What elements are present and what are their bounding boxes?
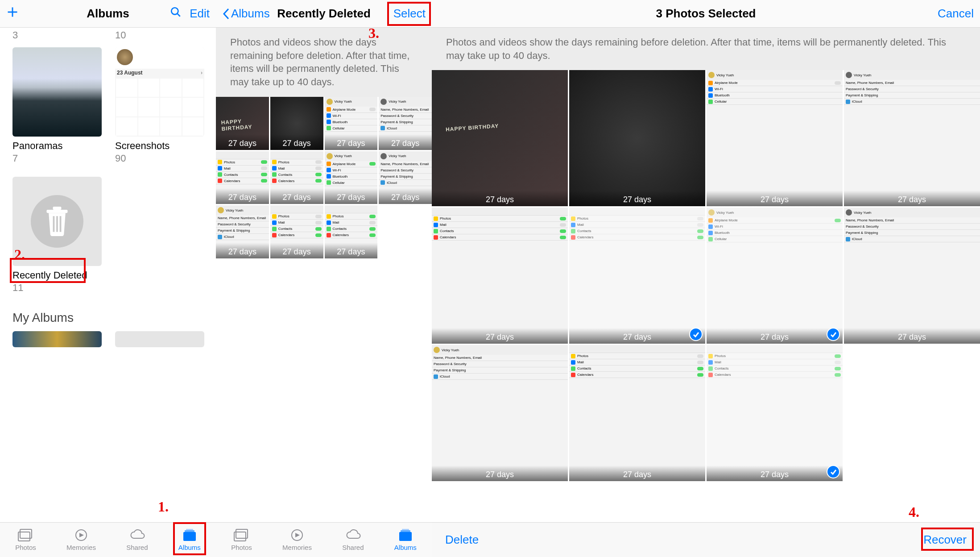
album-name: Recently Deleted	[12, 270, 102, 281]
days-remaining: 27 days	[432, 466, 568, 481]
bottom-toolbar: Delete Recover	[432, 522, 980, 557]
photo-thumbnail[interactable]: Vicky Yueh Name, Phone Numbers, Email Pa…	[844, 208, 980, 344]
photo-thumbnail[interactable]: Photos Mail Contacts Calendars 27 days	[432, 208, 568, 344]
navbar: Albums Edit	[0, 0, 216, 28]
photo-thumbnail[interactable]: Vicky Yueh Name, Phone Numbers, Email Pa…	[379, 151, 432, 204]
album-thumbnail: 23 August›	[115, 47, 204, 137]
days-remaining: 27 days	[569, 466, 705, 481]
svg-point-2	[171, 8, 178, 14]
album-thumbnail	[115, 331, 204, 347]
albums-list: 3 10 Panoramas 7 23 August› S	[0, 28, 216, 522]
photo-thumbnail-selected[interactable]: Photos Mail Contacts Calendars 27 days	[707, 345, 843, 481]
days-remaining: 27 days	[844, 191, 980, 206]
screen-albums: Albums Edit 3 10 Panoramas 7 23 August›	[0, 0, 216, 557]
photo-thumbnail[interactable]: Vicky Yueh Name, Phone Numbers, Email Pa…	[432, 345, 568, 481]
album-count: 7	[12, 153, 102, 164]
svg-marker-19	[295, 533, 300, 537]
svg-rect-22	[402, 529, 409, 530]
photo-thumbnail[interactable]: Vicky Yueh Name, Phone Numbers, Email Pa…	[379, 97, 432, 150]
cloud-icon	[129, 528, 145, 542]
tab-photos[interactable]: Photos	[15, 528, 36, 551]
photo-thumbnail[interactable]: 27 days	[270, 97, 323, 150]
photo-thumbnail[interactable]: Vicky Yueh Airplane Mode Wi-Fi Bluetooth…	[707, 70, 843, 206]
days-remaining: 27 days	[432, 191, 568, 206]
trash-icon	[44, 207, 70, 236]
days-remaining: 27 days	[216, 243, 269, 258]
edit-button[interactable]: Edit	[190, 7, 210, 21]
select-button[interactable]: Select	[393, 7, 426, 21]
memories-icon	[289, 528, 305, 542]
album-name: Screenshots	[115, 140, 204, 152]
tab-bar: Photos Memories Shared Albums	[216, 522, 432, 557]
screen-selected: 3 Photos Selected Cancel Photos and vide…	[432, 0, 980, 557]
photo-thumbnail[interactable]: Photos Mail Contacts Calendars 27 days	[270, 151, 323, 204]
album-user[interactable]	[115, 331, 204, 347]
photo-thumbnail-selected[interactable]: Vicky Yueh Airplane Mode Wi-Fi Bluetooth…	[707, 208, 843, 344]
back-button[interactable]: Albums	[222, 7, 270, 21]
deleted-photos-grid: 27 days 27 days Vicky Yueh Airplane Mode…	[432, 70, 980, 481]
photo-thumbnail[interactable]: 27 days	[432, 70, 568, 206]
svg-line-3	[177, 13, 180, 17]
tab-memories[interactable]: Memories	[66, 528, 96, 551]
add-button[interactable]	[6, 6, 19, 21]
album-thumbnail	[12, 177, 102, 266]
photo-thumbnail[interactable]: Photos Mail Contacts Calendars 27 days	[216, 151, 269, 204]
days-remaining: 27 days	[569, 328, 705, 344]
album-screenshots[interactable]: 23 August› Screenshots 90	[115, 47, 204, 164]
navbar: 3 Photos Selected Cancel	[432, 0, 980, 28]
tab-shared[interactable]: Shared	[126, 528, 148, 551]
recover-button[interactable]: Recover	[923, 533, 967, 547]
search-icon	[170, 6, 182, 18]
tab-photos[interactable]: Photos	[231, 528, 252, 551]
page-title: 3 Photos Selected	[487, 7, 925, 21]
tab-shared[interactable]: Shared	[342, 528, 364, 551]
deleted-photos-grid: 27 days 27 days Vicky Yueh Airplane Mode…	[216, 97, 432, 258]
photo-thumbnail[interactable]: Photos Mail Contacts Calendars 27 days	[569, 345, 705, 481]
page-title: Albums	[55, 7, 161, 21]
svg-rect-5	[53, 207, 62, 210]
album-count: 3	[12, 29, 102, 41]
album-recently-deleted[interactable]: Recently Deleted 11	[12, 177, 102, 294]
photo-thumbnail[interactable]: Photos Mail Contacts Calendars 27 days	[325, 205, 378, 258]
album-panoramas[interactable]: Panoramas 7	[12, 47, 102, 164]
days-remaining: 27 days	[325, 188, 378, 204]
days-remaining: 27 days	[707, 328, 843, 344]
days-remaining: 27 days	[379, 134, 432, 150]
cancel-button[interactable]: Cancel	[938, 7, 974, 21]
tab-albums[interactable]: Albums	[394, 528, 417, 551]
svg-rect-20	[399, 532, 412, 541]
plus-icon	[6, 6, 19, 18]
photos-icon	[233, 528, 249, 542]
tab-bar: Photos Memories Shared Albums	[0, 522, 216, 557]
tab-albums[interactable]: Albums	[178, 528, 201, 551]
info-text: Photos and videos show the days remainin…	[432, 28, 980, 70]
svg-rect-8	[60, 216, 62, 232]
photo-thumbnail[interactable]: Vicky Yueh Airplane Mode Wi-Fi Bluetooth…	[325, 97, 378, 150]
svg-rect-21	[401, 530, 410, 532]
tab-memories[interactable]: Memories	[282, 528, 312, 551]
photo-thumbnail-selected[interactable]: Photos Mail Contacts Calendars 27 days	[569, 208, 705, 344]
svg-marker-12	[79, 533, 84, 537]
photo-thumbnail[interactable]: Vicky Yueh Name, Phone Numbers, Email Pa…	[216, 205, 269, 258]
search-button[interactable]	[170, 6, 182, 21]
photo-thumbnail[interactable]: 27 days	[216, 97, 269, 150]
svg-rect-14	[185, 530, 194, 532]
days-remaining: 27 days	[270, 188, 323, 204]
days-remaining: 27 days	[325, 243, 378, 258]
photo-thumbnail[interactable]: Vicky Yueh Airplane Mode Wi-Fi Bluetooth…	[325, 151, 378, 204]
albums-icon	[182, 528, 198, 542]
album-thumbnail	[12, 47, 102, 137]
album-count: 90	[115, 153, 204, 164]
photo-thumbnail[interactable]: 27 days	[569, 70, 705, 206]
chevron-left-icon	[222, 8, 230, 20]
section-header-my-albums: My Albums	[12, 311, 203, 325]
album-user[interactable]	[12, 331, 102, 347]
photo-thumbnail[interactable]: Vicky Yueh Name, Phone Numbers, Email Pa…	[844, 70, 980, 206]
svg-rect-7	[56, 216, 58, 232]
days-remaining: 27 days	[569, 191, 705, 206]
memories-icon	[73, 528, 89, 542]
photo-thumbnail[interactable]: Photos Mail Contacts Calendars 27 days	[270, 205, 323, 258]
album-count: 11	[12, 282, 102, 294]
svg-rect-6	[53, 216, 55, 232]
delete-button[interactable]: Delete	[445, 533, 479, 547]
